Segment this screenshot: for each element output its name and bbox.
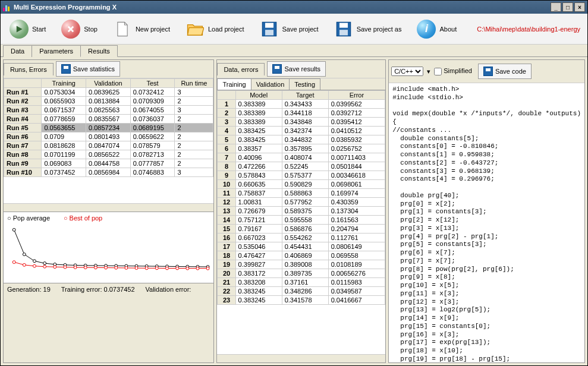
runs-errors-tab[interactable]: Runs, Errors <box>4 63 54 75</box>
minimize-button[interactable]: _ <box>551 2 561 12</box>
simplified-checkbox-label[interactable]: Simplified <box>434 67 472 75</box>
table-row[interactable]: Run #40.07786590.08355670.07360372 <box>4 115 213 124</box>
table-row[interactable]: 210.3832080.371610.0115983 <box>218 278 385 287</box>
column-header[interactable] <box>4 79 42 88</box>
svg-point-35 <box>94 266 97 269</box>
app-icon <box>3 3 11 11</box>
scrollbar[interactable] <box>4 203 213 212</box>
save-code-button[interactable]: Save code <box>478 64 532 79</box>
table-row[interactable]: 90.5788430.5753770.00346618 <box>218 171 385 180</box>
svg-point-36 <box>105 266 108 269</box>
save-icon <box>61 64 71 74</box>
svg-point-33 <box>74 266 77 269</box>
column-header[interactable]: Model <box>235 91 282 100</box>
table-row[interactable]: 100.6606350.5908290.0698061 <box>218 180 385 189</box>
tab-parameters[interactable]: Parameters <box>32 45 81 57</box>
code-view[interactable]: #include <math.h> #include <stdio.h> voi… <box>389 83 584 362</box>
svg-point-28 <box>23 263 26 266</box>
subtab-testing[interactable]: Testing <box>289 78 320 90</box>
table-row[interactable]: 20.3833890.3441180.0392712 <box>218 109 385 118</box>
status-line: Generation: 19 Training error: 0.0737452… <box>4 283 213 295</box>
column-header[interactable]: Validation <box>86 79 131 88</box>
column-header[interactable]: Target <box>282 91 328 100</box>
column-header[interactable] <box>218 91 235 100</box>
table-row[interactable]: 220.3832450.3482860.0349587 <box>218 287 385 296</box>
about-button[interactable]: i About <box>410 16 463 42</box>
table-row[interactable]: Run #100.07374520.08569840.07468833 <box>4 168 213 177</box>
table-row[interactable]: Run #80.07011990.08565220.07827132 <box>4 150 213 159</box>
table-row[interactable]: 230.3832450.3415780.0416667 <box>218 296 385 305</box>
tab-results[interactable]: Results <box>80 45 118 57</box>
table-row[interactable]: 150.791670.5868760.204794 <box>218 225 385 234</box>
start-button[interactable]: Start <box>3 16 52 42</box>
table-row[interactable]: 160.6670230.5542620.112761 <box>218 234 385 242</box>
window-title: Multi Expression Programming X <box>14 4 117 11</box>
save-as-icon <box>334 20 353 39</box>
table-row[interactable]: 140.7571210.5955580.161563 <box>218 216 385 225</box>
scrollbar[interactable] <box>217 354 385 362</box>
table-row[interactable]: Run #50.05636550.08572340.06891952 <box>4 124 213 132</box>
table-row[interactable]: 121.008310.5779520.430359 <box>218 198 385 207</box>
language-select[interactable]: C/C++ <box>391 67 423 76</box>
svg-point-43 <box>176 267 179 270</box>
table-row[interactable]: 170.5350460.4544310.0806149 <box>218 242 385 251</box>
data-errors-tab[interactable]: Data, errors <box>217 63 265 75</box>
table-row[interactable]: 180.4764270.4068690.069558 <box>218 251 385 260</box>
table-row[interactable]: 70.400960.4080740.00711403 <box>218 153 385 162</box>
app-window: Multi Expression Programming X _ □ × Sta… <box>0 0 588 366</box>
simplified-checkbox[interactable] <box>434 68 442 75</box>
close-button[interactable]: × <box>574 2 585 12</box>
svg-rect-5 <box>339 23 348 27</box>
table-row[interactable]: 60.383570.3578950.0256752 <box>218 144 385 153</box>
folder-open-icon <box>185 20 205 39</box>
svg-rect-6 <box>339 30 348 35</box>
table-row[interactable]: Run #30.06715370.08255630.06740553 <box>4 106 213 115</box>
code-pane: C/C++ ▾ Simplified Save code #include <m… <box>388 59 585 363</box>
stop-button[interactable]: Stop <box>55 16 104 42</box>
results-grid[interactable]: ModelTargetError10.3833890.3434330.03995… <box>217 90 385 354</box>
table-row[interactable]: 130.7266790.5893750.137304 <box>218 207 385 216</box>
svg-point-44 <box>186 267 189 270</box>
data-errors-pane: Data, errors Save results Training Valid… <box>216 59 386 363</box>
legend-best-of-pop: ○ Best of pop <box>64 214 108 222</box>
table-row[interactable]: 80.4722660.522450.0501844 <box>218 162 385 171</box>
titlebar[interactable]: Multi Expression Programming X _ □ × <box>1 1 587 14</box>
table-row[interactable]: 200.3831720.3897350.00656276 <box>218 269 385 278</box>
svg-point-42 <box>166 267 169 270</box>
error-chart: ○ Pop average ○ Best of pop <box>4 212 213 283</box>
column-header[interactable]: Error <box>328 91 385 100</box>
column-header[interactable]: Training <box>42 79 86 88</box>
new-project-button[interactable]: New project <box>106 16 177 42</box>
work-area: Runs, Errors Save statistics TrainingVal… <box>1 57 587 365</box>
table-row[interactable]: Run #60.07090.08014930.06596222 <box>4 132 213 141</box>
table-row[interactable]: 10.3833890.3434330.0399562 <box>218 100 385 109</box>
table-row[interactable]: 30.3833890.3438480.0395412 <box>218 118 385 127</box>
table-row[interactable]: Run #90.0690830.08447580.07778572 <box>4 159 213 168</box>
stop-icon <box>61 20 80 39</box>
column-header[interactable]: Run time <box>175 79 213 88</box>
column-header[interactable]: Test <box>130 79 175 88</box>
save-results-button[interactable]: Save results <box>267 61 326 77</box>
tab-data[interactable]: Data <box>3 45 32 57</box>
runs-grid[interactable]: TrainingValidationTestRun timeRun #10.07… <box>4 78 213 203</box>
load-project-button[interactable]: Load project <box>179 16 251 42</box>
table-row[interactable]: 190.3998270.3890080.0108189 <box>218 260 385 269</box>
svg-rect-2 <box>265 23 273 27</box>
save-project-button[interactable]: Save project <box>253 16 325 42</box>
save-project-as-button[interactable]: Save project as <box>328 16 408 42</box>
table-row[interactable]: 50.3834250.3448320.0385932 <box>218 135 385 144</box>
svg-point-38 <box>125 266 128 269</box>
runs-pane: Runs, Errors Save statistics TrainingVal… <box>3 59 214 363</box>
save-statistics-button[interactable]: Save statistics <box>56 61 120 77</box>
subtab-training[interactable]: Training <box>217 78 251 90</box>
maximize-button[interactable]: □ <box>562 2 573 12</box>
save-icon <box>483 67 493 76</box>
table-row[interactable]: 110.7588370.5888630.169974 <box>218 189 385 198</box>
table-row[interactable]: 40.3834250.3423740.0410512 <box>218 127 385 135</box>
table-row[interactable]: Run #70.08186280.08470740.0785792 <box>4 141 213 150</box>
new-file-icon <box>113 20 132 39</box>
table-row[interactable]: Run #20.06559030.08138840.07093092 <box>4 97 213 106</box>
table-row[interactable]: Run #10.07530340.08396250.07324123 <box>4 88 213 97</box>
subtab-validation[interactable]: Validation <box>251 78 290 90</box>
svg-marker-0 <box>17 26 23 32</box>
